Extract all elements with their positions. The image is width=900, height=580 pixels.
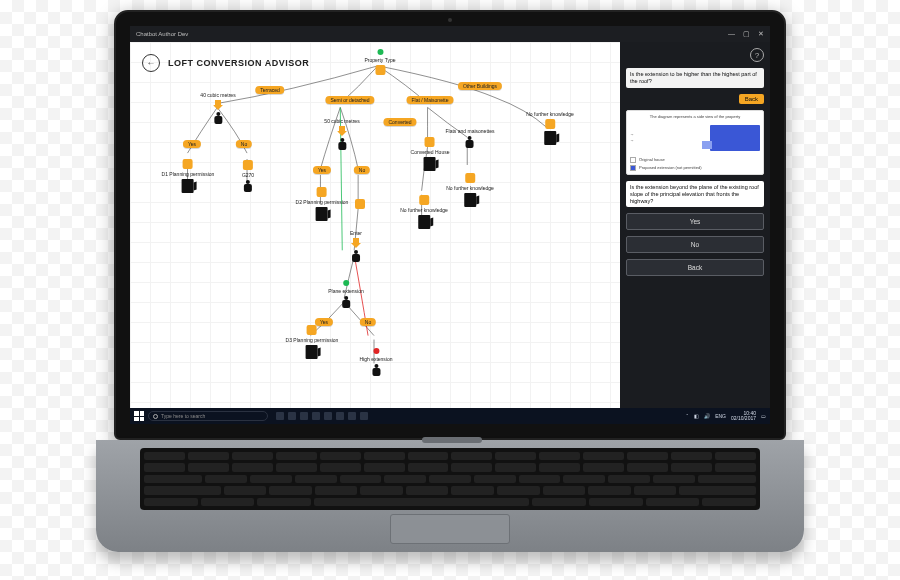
- node-root[interactable]: Property Type: [364, 48, 395, 76]
- search-placeholder: Type here to search: [161, 413, 205, 419]
- taskbar-app-icon[interactable]: [276, 412, 284, 420]
- legend-swatch-icon: [630, 157, 636, 163]
- node-50cubic[interactable]: 50 cubic metres: [324, 117, 359, 151]
- node-label: D2 Planning permission: [296, 199, 349, 205]
- tray-volume-icon[interactable]: 🔊: [704, 413, 710, 419]
- decision-icon: [307, 325, 317, 335]
- branch-other[interactable]: Other Buildings: [458, 82, 502, 90]
- chat-current-question: Is the extension beyond the plane of the…: [626, 181, 764, 208]
- person-icon: [465, 136, 475, 148]
- node-label: High extension: [359, 356, 392, 362]
- taskbar-search[interactable]: Type here to search: [148, 411, 268, 421]
- node-label: Flats and maisonettes: [446, 128, 495, 134]
- node-label: Converted House: [411, 149, 450, 155]
- taskbar-app-icon[interactable]: [324, 412, 332, 420]
- pill-no[interactable]: No: [236, 140, 252, 148]
- window-close[interactable]: ✕: [758, 30, 764, 38]
- decision-icon: [183, 159, 193, 169]
- node-high[interactable]: High extension: [359, 347, 392, 377]
- start-button[interactable]: [134, 411, 144, 421]
- tray-chevron-icon[interactable]: ˄: [686, 413, 689, 419]
- taskbar-app-icon[interactable]: [288, 412, 296, 420]
- pill-yes[interactable]: Yes: [313, 166, 331, 174]
- door-icon: [182, 179, 194, 193]
- node-nf1[interactable]: No further knowledge: [526, 110, 574, 146]
- node-conv-house[interactable]: Converted House: [411, 136, 450, 172]
- node-label: 50 cubic metres: [324, 118, 359, 124]
- door-icon: [316, 207, 328, 221]
- door-icon: [418, 215, 430, 229]
- person-icon: [243, 180, 253, 192]
- decision-icon: [243, 160, 253, 170]
- node-40cubic[interactable]: 40 cubic metres: [200, 91, 235, 125]
- node-yn[interactable]: [355, 198, 365, 210]
- node-label: No further knowledge: [526, 111, 574, 117]
- window-titlebar: Chatbot Author Dev — ▢ ✕: [130, 26, 770, 42]
- answer-back-button[interactable]: Back: [626, 259, 764, 276]
- node-plane[interactable]: Plane extension: [328, 279, 364, 309]
- tray-language[interactable]: ENG: [715, 413, 726, 419]
- status-dot-icon: [373, 348, 379, 354]
- pill-no[interactable]: No: [360, 318, 376, 326]
- laptop-mockup: Chatbot Author Dev — ▢ ✕ ← LOFT CONVERSI…: [90, 10, 810, 570]
- decision-icon: [355, 199, 365, 209]
- window-maximize[interactable]: ▢: [743, 30, 750, 38]
- taskbar-pinned-apps: [276, 412, 368, 420]
- tray-network-icon[interactable]: ◧: [694, 413, 699, 419]
- decision-icon: [317, 187, 327, 197]
- branch-flat[interactable]: Flat / Maisonette: [407, 96, 454, 104]
- node-enter[interactable]: Enter: [350, 229, 362, 263]
- branch-semi[interactable]: Semi or detached: [325, 96, 374, 104]
- person-icon: [351, 250, 361, 262]
- door-icon: [544, 131, 556, 145]
- pill-yes[interactable]: Yes: [183, 140, 201, 148]
- flow-canvas[interactable]: ← LOFT CONVERSION ADVISOR: [130, 42, 620, 408]
- node-flats[interactable]: Flats and maisonettes: [446, 127, 495, 149]
- pill-converted[interactable]: Converted: [383, 118, 416, 126]
- decision-icon: [465, 173, 475, 183]
- keyboard: [140, 448, 760, 510]
- branch-terraced[interactable]: Terraced: [255, 86, 284, 94]
- answer-yes-button[interactable]: Yes: [626, 213, 764, 230]
- answer-no-button[interactable]: No: [626, 236, 764, 253]
- tray-notifications-icon[interactable]: ▭: [761, 413, 766, 419]
- node-d2[interactable]: D2 Planning permission: [296, 186, 349, 222]
- taskbar-app-icon[interactable]: [360, 412, 368, 420]
- legend-label: Original house: [639, 157, 665, 162]
- node-label: G270: [242, 172, 254, 178]
- windows-taskbar: Type here to search ˄ ◧ 🔊: [130, 408, 770, 424]
- laptop-base: [90, 440, 810, 560]
- person-icon: [371, 364, 381, 376]
- taskbar-app-icon[interactable]: [336, 412, 344, 420]
- node-nf3[interactable]: No further knowledge: [446, 172, 494, 208]
- chat-prev-question: Is the extension to be higher than the h…: [626, 68, 764, 88]
- taskbar-app-icon[interactable]: [300, 412, 308, 420]
- decision-icon: [419, 195, 429, 205]
- node-nf2[interactable]: No further knowledge: [400, 194, 448, 230]
- window-title: Chatbot Author Dev: [136, 31, 188, 37]
- arrow-down-icon: [351, 238, 361, 248]
- decision-icon: [425, 137, 435, 147]
- node-g270[interactable]: G270: [242, 159, 254, 193]
- node-d3[interactable]: D3 Planning permission: [286, 324, 339, 360]
- node-label: Enter: [350, 230, 362, 236]
- door-icon: [424, 157, 436, 171]
- status-dot-icon: [377, 49, 383, 55]
- node-label: D1 Planning permission: [162, 171, 215, 177]
- help-button[interactable]: ?: [750, 48, 764, 62]
- webcam: [448, 18, 452, 22]
- node-d1[interactable]: D1 Planning permission: [162, 158, 215, 194]
- system-tray[interactable]: ˄ ◧ 🔊 ENG 10:40 02/10/2017 ▭: [686, 411, 766, 421]
- tray-clock[interactable]: 10:40 02/10/2017: [731, 411, 756, 421]
- window-minimize[interactable]: —: [728, 30, 735, 38]
- arrow-down-icon: [337, 126, 347, 136]
- decision-icon: [545, 119, 555, 129]
- chat-back-pill[interactable]: Back: [739, 94, 764, 104]
- taskbar-app-icon[interactable]: [348, 412, 356, 420]
- node-label: D3 Planning permission: [286, 337, 339, 343]
- taskbar-app-icon[interactable]: [312, 412, 320, 420]
- hinge: [422, 437, 482, 443]
- search-icon: [153, 414, 158, 419]
- legend-label: Proposed extension (not permitted): [639, 165, 701, 170]
- pill-no[interactable]: No: [354, 166, 370, 174]
